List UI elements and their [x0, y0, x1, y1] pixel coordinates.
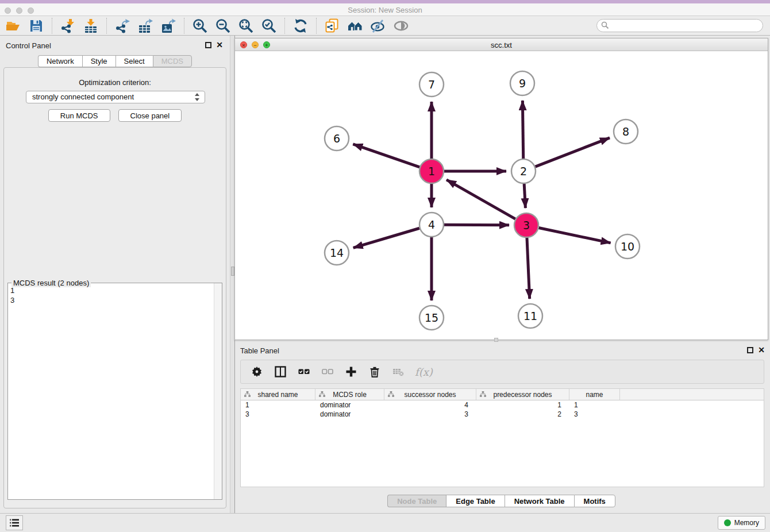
table-panel: Table Panel ✕ f(x) shared name MCDS role…	[234, 342, 768, 512]
table-panel-title: Table Panel	[240, 346, 279, 355]
graph-edge[interactable]	[539, 228, 611, 243]
control-panel: Control Panel ✕ Network Style Select MCD…	[0, 36, 230, 513]
close-panel-icon[interactable]: ✕	[216, 40, 223, 49]
status-bar: Memory	[0, 513, 770, 532]
export-table-icon[interactable]	[137, 17, 154, 34]
save-session-icon[interactable]	[28, 17, 45, 34]
column-type-icon	[480, 391, 486, 398]
zoom-fit-icon[interactable]	[237, 17, 255, 34]
table-cell[interactable]: dominator	[315, 400, 384, 410]
table-cell[interactable]: 2	[476, 410, 569, 419]
main-titlebar[interactable]: Session: New Session	[0, 3, 770, 16]
result-scrollbar[interactable]	[214, 283, 222, 499]
unselect-all-icon[interactable]	[321, 365, 334, 379]
close-panel-button[interactable]: Close panel	[118, 109, 182, 122]
add-column-icon[interactable]	[344, 365, 358, 379]
function-builder-icon[interactable]: f(x)	[415, 366, 433, 378]
graph-edge[interactable]	[353, 144, 419, 167]
control-panel-tabs: Network Style Select MCDS	[0, 55, 230, 67]
network-canvas[interactable]: 7968124314101511	[235, 51, 768, 340]
column-header-successor-nodes[interactable]: successor nodes	[384, 389, 476, 400]
column-type-icon	[244, 391, 251, 398]
first-neighbors-icon[interactable]	[346, 17, 364, 34]
open-session-icon[interactable]	[5, 17, 22, 34]
table-row[interactable]: 1dominator411	[241, 400, 764, 410]
control-panel-title: Control Panel	[6, 41, 51, 50]
network-window-titlebar[interactable]: × − + scc.txt	[235, 38, 768, 51]
table-cell[interactable]: 3	[569, 410, 620, 419]
clone-network-icon[interactable]	[324, 17, 341, 34]
tab-network[interactable]: Network	[38, 55, 82, 67]
column-header-name[interactable]: name	[569, 389, 620, 400]
main-toolbar	[0, 16, 770, 36]
table-cell[interactable]: dominator	[315, 410, 384, 419]
graph-edge[interactable]	[353, 228, 419, 248]
tab-style[interactable]: Style	[82, 55, 116, 67]
tab-mcds[interactable]: MCDS	[153, 55, 192, 67]
zoom-out-icon[interactable]	[214, 17, 232, 34]
graph-node-label: 14	[330, 246, 344, 259]
run-mcds-button[interactable]: Run MCDS	[48, 109, 110, 122]
split-view-icon[interactable]	[274, 365, 287, 379]
graph-node-label: 1	[428, 165, 435, 178]
delete-table-icon[interactable]	[391, 365, 405, 379]
table-cell[interactable]: 4	[384, 400, 476, 410]
table-cell[interactable]: 1	[476, 400, 569, 410]
tab-edge-table[interactable]: Edge Table	[446, 495, 504, 507]
table-cell[interactable]: 3	[384, 410, 476, 419]
table-body[interactable]: 1dominator4113dominator323	[241, 400, 764, 419]
import-network-icon[interactable]	[59, 17, 76, 34]
tab-motifs[interactable]: Motifs	[574, 495, 615, 507]
column-header-shared-name[interactable]: shared name	[241, 389, 315, 400]
close-table-panel-icon[interactable]: ✕	[758, 345, 765, 354]
mcds-result-text[interactable]: 1 3	[10, 286, 213, 497]
tab-node-table[interactable]: Node Table	[387, 495, 446, 507]
network-view-window[interactable]: × − + scc.txt 7968124314101511	[234, 38, 768, 340]
hide-selected-icon[interactable]	[369, 17, 387, 34]
memory-status-icon	[724, 519, 731, 526]
graph-edge[interactable]	[527, 238, 530, 299]
table-header-row: shared name MCDS role successor nodes pr…	[241, 389, 764, 400]
search-input[interactable]	[596, 19, 763, 32]
import-table-icon[interactable]	[82, 17, 99, 34]
table-settings-icon[interactable]	[250, 365, 264, 379]
float-panel-icon[interactable]	[205, 42, 211, 48]
search-container	[596, 19, 763, 32]
criterion-dropdown[interactable]: strongly connected component	[26, 91, 205, 103]
mcds-tab-panel: Optimization criterion: strongly connect…	[3, 67, 226, 508]
graph-edge[interactable]	[524, 184, 525, 208]
table-cell[interactable]: 1	[569, 400, 620, 410]
float-table-panel-icon[interactable]	[747, 347, 753, 353]
graph-edge[interactable]	[522, 101, 523, 159]
graph-node-label: 6	[333, 132, 340, 145]
export-network-icon[interactable]	[114, 17, 131, 34]
export-image-icon[interactable]	[160, 17, 177, 34]
graph-node-label: 8	[622, 125, 629, 138]
session-title: Session: New Session	[0, 6, 770, 14]
delete-column-icon[interactable]	[368, 365, 382, 379]
select-all-icon[interactable]	[297, 365, 311, 379]
show-all-icon[interactable]	[392, 17, 410, 34]
dropdown-stepper-icon	[194, 92, 200, 102]
table-cell[interactable]: 1	[241, 400, 315, 410]
graph-edge[interactable]	[444, 225, 509, 225]
graph-edge[interactable]	[536, 138, 610, 167]
node-table[interactable]: shared name MCDS role successor nodes pr…	[240, 388, 764, 487]
column-type-icon	[388, 391, 394, 398]
table-cell[interactable]: 3	[241, 410, 315, 419]
memory-button[interactable]: Memory	[718, 516, 765, 530]
task-history-button[interactable]	[6, 515, 23, 530]
zoom-in-icon[interactable]	[191, 17, 209, 34]
table-row[interactable]: 3dominator323	[241, 410, 764, 419]
zoom-selected-icon[interactable]	[260, 17, 278, 34]
column-header-predecessor-nodes[interactable]: predecessor nodes	[476, 389, 569, 400]
application-window: Session: New Session	[0, 0, 770, 532]
refresh-styles-icon[interactable]	[292, 17, 309, 34]
tab-network-table[interactable]: Network Table	[505, 495, 574, 507]
column-header-mcds-role[interactable]: MCDS role	[315, 389, 384, 400]
graph-node-label: 11	[523, 310, 537, 322]
graph-edge[interactable]	[446, 180, 515, 219]
tab-select[interactable]: Select	[116, 55, 153, 67]
canvas-resize-handle[interactable]	[494, 338, 498, 342]
graph-node-label: 7	[428, 78, 435, 91]
